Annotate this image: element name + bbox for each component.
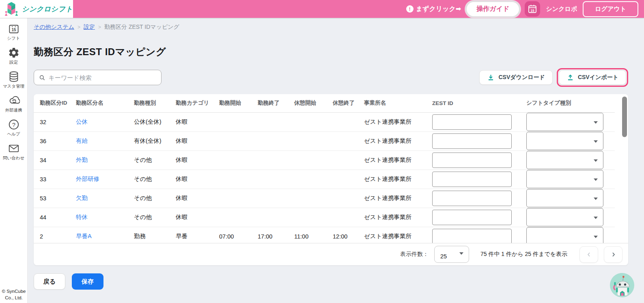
chevron-down-icon (594, 121, 598, 124)
table-row: 34外勤その他休暇ゼスト連携事業所 (34, 150, 615, 170)
cell-work-category: 休暇 (176, 112, 219, 131)
cell-office-name: ゼスト連携事業所 (364, 170, 432, 189)
cell-zest-id (432, 208, 526, 227)
cell-shift-type (526, 189, 615, 208)
shift-type-select[interactable] (526, 189, 603, 207)
vertical-scrollbar-thumb[interactable] (622, 97, 627, 137)
cell-zest-id (432, 131, 526, 150)
cell-break-start (294, 189, 333, 208)
mail-icon (8, 142, 20, 155)
table-row: 32公休公休(全休)休暇ゼスト連携事業所 (34, 112, 615, 131)
shift-type-select[interactable] (526, 151, 603, 169)
per-page-select[interactable]: 25 (434, 246, 469, 263)
prev-page-button[interactable] (579, 246, 598, 263)
sidebar: 15 シフト 設定 マスタ管理 外部連携 ? ヘルプ (0, 18, 28, 303)
breadcrumb-link-settings[interactable]: 設定 (84, 24, 95, 31)
col-kubun-id: 勤務区分ID (34, 94, 76, 112)
breadcrumb-current: 勤務区分 ZEST IDマッピング (104, 24, 179, 31)
zest-id-input[interactable] (432, 133, 512, 149)
cell-work-end (258, 170, 294, 189)
cell-break-end (333, 170, 364, 189)
bottom-actions: 戻る 保存 (34, 273, 628, 290)
logout-button[interactable]: ログアウト (583, 1, 638, 17)
cell-zest-id (432, 170, 526, 189)
table-row: 33外部研修その他休暇ゼスト連携事業所 (34, 170, 615, 189)
kubun-name-link[interactable]: 外勤 (76, 157, 88, 163)
database-icon (8, 71, 20, 83)
save-button[interactable]: 保存 (72, 273, 103, 290)
zest-id-input[interactable] (432, 191, 512, 206)
col-shift-type: シフトタイプ種別 (526, 94, 615, 112)
zest-id-input[interactable] (432, 229, 512, 243)
cell-break-start (294, 208, 333, 227)
zest-id-input[interactable] (432, 114, 512, 130)
zest-id-input[interactable] (432, 153, 512, 168)
cell-office-name: ゼスト連携事業所 (364, 189, 432, 208)
col-break-end: 休憩終了 (333, 94, 364, 112)
cell-kubun-id: 33 (34, 170, 76, 189)
sidebar-item-settings[interactable]: 設定 (0, 46, 27, 66)
table-header: 勤務区分ID 勤務区分名 勤務種別 勤務カテゴリ 勤務開始 勤務終了 休憩開始 … (34, 94, 615, 112)
chatbot-avatar[interactable] (609, 272, 635, 298)
table-viewport: 勤務区分ID 勤務区分名 勤務種別 勤務カテゴリ 勤務開始 勤務終了 休憩開始 … (34, 94, 628, 243)
cell-break-start: 11:00 (294, 227, 333, 243)
breadcrumb-link-other-system[interactable]: その他システム (34, 24, 74, 31)
copyright: © SynCube Co., Ltd. (0, 288, 28, 301)
cell-zest-id (432, 150, 526, 170)
csv-download-button[interactable]: CSVダウンロード (479, 70, 552, 85)
kubun-name-link[interactable]: 外部研修 (76, 176, 99, 182)
col-work-end: 勤務終了 (258, 94, 294, 112)
cell-work-type: その他 (134, 189, 176, 208)
sidebar-item-shift[interactable]: 15 シフト (0, 22, 27, 42)
cell-kubun-id: 36 (34, 131, 76, 150)
cell-work-category: 休暇 (176, 170, 219, 189)
table-row: 2早番A勤務早番07:0017:0011:0012:00ゼスト連携事業所 (34, 227, 615, 243)
col-office-name: 事業所名 (364, 94, 432, 112)
sidebar-item-contact[interactable]: 問い合わせ (0, 142, 27, 162)
cell-work-type: 勤務 (134, 227, 176, 243)
kubun-name-link[interactable]: 早番A (76, 233, 92, 239)
sidebar-item-master[interactable]: マスタ管理 (0, 70, 27, 90)
search-box (34, 70, 162, 85)
cell-kubun-name: 外勤 (76, 150, 134, 170)
upload-icon (566, 74, 574, 82)
sidebar-item-help[interactable]: ? ヘルプ (0, 118, 27, 138)
kubun-name-link[interactable]: 欠勤 (76, 195, 88, 201)
cell-work-category: 休暇 (176, 131, 219, 150)
cell-break-start (294, 150, 333, 170)
chevron-down-icon (594, 236, 598, 238)
back-button[interactable]: 戻る (34, 273, 65, 290)
zest-id-input[interactable] (432, 210, 512, 225)
cell-shift-type (526, 131, 615, 150)
app-logo[interactable]: シンクロシフト (0, 0, 73, 18)
toolbar: CSVダウンロード CSVインポート (34, 68, 628, 87)
col-zest-id: ZEST ID (432, 94, 526, 112)
csv-import-button[interactable]: CSVインポート (559, 70, 626, 85)
chevron-down-icon (594, 140, 598, 143)
cell-kubun-id: 44 (34, 208, 76, 227)
cell-break-end (333, 189, 364, 208)
shift-type-select[interactable] (526, 170, 603, 188)
shift-type-select[interactable] (526, 113, 603, 131)
calendar-chip-button[interactable]: 15 (525, 1, 540, 17)
cell-work-start (219, 170, 258, 189)
chevron-right-icon (610, 251, 616, 258)
syncropo-label[interactable]: シンクロポ (546, 5, 577, 13)
top-header: シンクロシフト ! まずクリック➡ 操作ガイド 15 シンクロポ ログアウト (0, 0, 644, 18)
logo-building-icon (4, 1, 19, 17)
kubun-name-link[interactable]: 特休 (76, 214, 88, 220)
zest-id-input[interactable] (432, 172, 512, 187)
search-input[interactable] (49, 74, 156, 81)
kubun-name-link[interactable]: 公休 (76, 118, 88, 125)
guide-button[interactable]: 操作ガイド (467, 2, 519, 16)
chevron-down-icon (594, 198, 598, 200)
cell-work-type: その他 (134, 208, 176, 227)
shift-type-select[interactable] (526, 208, 603, 226)
cell-work-start: 07:00 (219, 227, 258, 243)
page-title: 勤務区分 ZEST IDマッピング (34, 45, 628, 58)
shift-type-select[interactable] (526, 227, 603, 243)
kubun-name-link[interactable]: 有給 (76, 138, 88, 144)
shift-type-select[interactable] (526, 132, 603, 150)
sidebar-item-external[interactable]: 外部連携 (0, 94, 27, 114)
next-page-button[interactable] (604, 246, 622, 263)
